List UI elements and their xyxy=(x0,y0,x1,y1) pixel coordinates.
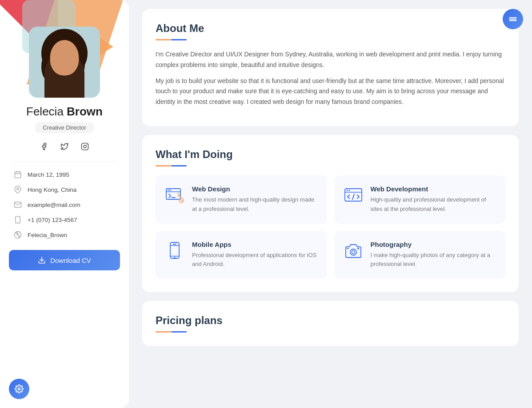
about-para-1: I'm Creative Director and UI/UX Designer… xyxy=(156,49,505,71)
svg-point-30 xyxy=(168,190,169,191)
download-icon xyxy=(38,256,46,264)
svg-point-6 xyxy=(41,53,54,80)
svg-point-7 xyxy=(76,55,85,74)
web-design-content: Web Design The most modern and high-qual… xyxy=(192,185,318,214)
svg-point-10 xyxy=(57,66,60,69)
pricing-underline-blue xyxy=(171,331,187,333)
phone-icon xyxy=(13,215,22,224)
facebook-icon[interactable] xyxy=(37,139,51,154)
svg-point-9 xyxy=(68,66,73,69)
svg-point-36 xyxy=(346,190,348,191)
svg-point-8 xyxy=(56,66,61,69)
svg-point-4 xyxy=(48,49,81,88)
about-title: About Me xyxy=(156,22,505,35)
underline-blue xyxy=(171,39,187,40)
svg-point-12 xyxy=(46,70,49,72)
svg-rect-15 xyxy=(15,172,21,178)
web-design-icon xyxy=(164,185,185,206)
mobile-desc: Professional development of applications… xyxy=(192,251,318,269)
hamburger-icon xyxy=(508,15,517,24)
divider xyxy=(13,162,116,162)
download-cv-button[interactable]: Download CV xyxy=(9,250,120,270)
svg-rect-3 xyxy=(56,78,72,91)
calendar-icon xyxy=(13,170,22,179)
service-photography: Photography I make high-quality photos o… xyxy=(334,231,506,279)
svg-point-19 xyxy=(17,188,19,190)
services-title: What I'm Doing xyxy=(156,148,505,161)
svg-point-5 xyxy=(42,32,87,70)
svg-point-24 xyxy=(18,388,20,390)
phone-text: +1 (070) 123-4567 xyxy=(28,217,77,223)
avatar-svg xyxy=(29,27,100,98)
web-dev-desc: High-quality and professional developmen… xyxy=(371,195,497,214)
svg-rect-13 xyxy=(82,143,88,150)
email-text: example@mail.com xyxy=(28,202,80,208)
camera-icon xyxy=(343,241,364,261)
birthday-text: March 12, 1995 xyxy=(28,171,69,178)
skype-text: Felecia_Brown xyxy=(28,232,67,238)
main-content: About Me I'm Creative Director and UI/UX… xyxy=(129,0,532,408)
email-icon xyxy=(13,200,22,209)
avatar-image xyxy=(29,27,100,98)
info-phone: +1 (070) 123-4567 xyxy=(13,215,116,224)
social-icons xyxy=(37,139,92,154)
profile-badge: Creative Director xyxy=(35,122,94,133)
location-text: Hong Kong, China xyxy=(28,186,76,193)
location-icon xyxy=(13,185,22,194)
photography-title: Photography xyxy=(371,241,497,248)
photography-desc: I make high-quality photos of any catego… xyxy=(371,251,497,269)
info-skype: Felecia_Brown xyxy=(13,230,116,239)
title-underline xyxy=(156,39,505,40)
services-section: What I'm Doing xyxy=(142,135,519,292)
web-design-desc: The most modern and high-quality design … xyxy=(192,195,318,214)
download-cv-label: Download CV xyxy=(50,257,91,264)
settings-icon xyxy=(15,384,24,393)
services-grid: Web Design The most modern and high-qual… xyxy=(156,175,505,279)
avatar xyxy=(29,27,100,98)
svg-point-44 xyxy=(352,250,355,254)
svg-point-11 xyxy=(70,66,72,69)
instagram-icon[interactable] xyxy=(78,139,92,154)
web-dev-content: Web Development High-quality and profess… xyxy=(371,185,497,214)
twitter-icon[interactable] xyxy=(57,139,72,154)
mobile-content: Mobile Apps Professional development of … xyxy=(192,241,318,269)
service-mobile: Mobile Apps Professional development of … xyxy=(156,231,327,279)
about-section: About Me I'm Creative Director and UI/UX… xyxy=(142,9,519,126)
profile-last-name: Brown xyxy=(67,105,103,118)
svg-rect-42 xyxy=(173,244,176,245)
info-location: Hong Kong, China xyxy=(13,185,116,194)
services-underline-orange xyxy=(156,165,171,166)
info-email: example@mail.com xyxy=(13,200,116,209)
service-web-design: Web Design The most modern and high-qual… xyxy=(156,175,327,224)
web-dev-title: Web Development xyxy=(371,185,497,193)
svg-point-43 xyxy=(350,249,356,255)
mobile-icon xyxy=(164,241,185,261)
web-design-title: Web Design xyxy=(192,185,318,193)
menu-button[interactable] xyxy=(503,9,523,29)
skype-icon xyxy=(13,230,22,239)
info-birthday: March 12, 1995 xyxy=(13,170,116,179)
services-underline xyxy=(156,165,505,166)
pricing-underline xyxy=(156,331,505,333)
mobile-title: Mobile Apps xyxy=(192,241,318,248)
pricing-underline-orange xyxy=(156,331,171,333)
services-underline-blue xyxy=(171,165,187,166)
sidebar: ◀ xyxy=(0,0,129,408)
pricing-section: Pricing plans xyxy=(142,301,519,346)
underline-orange xyxy=(156,39,171,40)
service-web-dev: Web Development High-quality and profess… xyxy=(334,175,506,224)
info-list: March 12, 1995 Hong Kong, China example@… xyxy=(0,170,129,239)
svg-point-37 xyxy=(348,190,350,191)
svg-point-45 xyxy=(357,248,359,250)
svg-point-31 xyxy=(170,190,171,191)
settings-button[interactable] xyxy=(9,379,29,399)
photography-content: Photography I make high-quality photos o… xyxy=(371,241,497,269)
profile-first-name: Felecia xyxy=(26,105,67,118)
pricing-title: Pricing plans xyxy=(156,314,505,327)
web-dev-icon xyxy=(343,185,364,206)
svg-point-41 xyxy=(174,257,176,259)
about-para-2: My job is to build your website so that … xyxy=(156,76,505,107)
profile-name: Felecia Brown xyxy=(26,105,103,119)
